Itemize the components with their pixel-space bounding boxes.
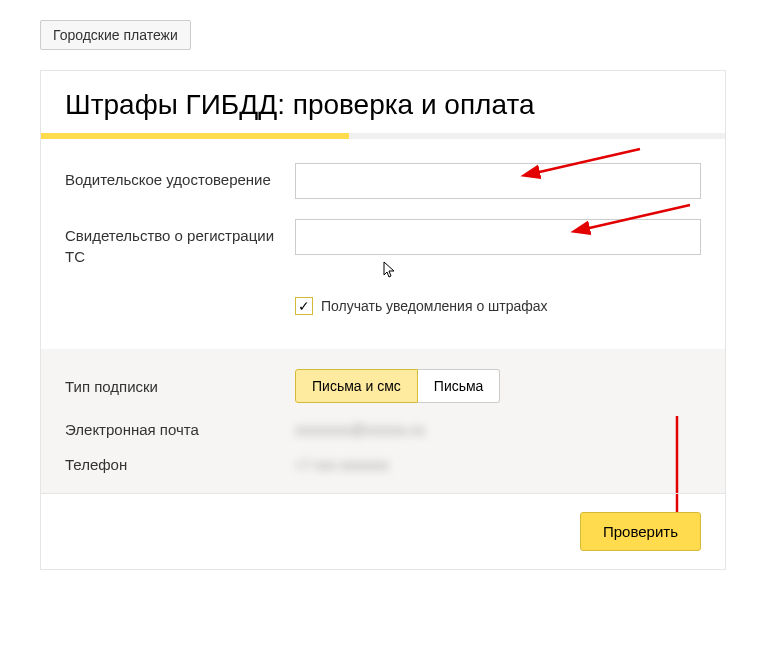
email-row: Электронная почта xxxxxxxx@xxxxxx.xx xyxy=(65,421,701,438)
phone-row: Телефон +7 xxx xxxxxxx xyxy=(65,456,701,473)
registration-input[interactable] xyxy=(295,219,701,255)
form-section: Водительское удостоверение Свидетельство… xyxy=(41,139,725,349)
notifications-row: ✓ Получать уведомления о штрафах xyxy=(295,297,701,315)
email-value: xxxxxxxx@xxxxxx.xx xyxy=(295,422,425,438)
registration-row: Свидетельство о регистрации ТС xyxy=(65,219,701,267)
notifications-label: Получать уведомления о штрафах xyxy=(321,298,548,314)
driver-license-input[interactable] xyxy=(295,163,701,199)
subscription-toggle-group: Письма и смс Письма xyxy=(295,369,500,403)
toggle-letters-sms[interactable]: Письма и смс xyxy=(295,369,418,403)
registration-label: Свидетельство о регистрации ТС xyxy=(65,219,295,267)
progress-fill xyxy=(41,133,349,139)
check-button[interactable]: Проверить xyxy=(580,512,701,551)
driver-license-row: Водительское удостоверение xyxy=(65,163,701,199)
footer-section: Проверить xyxy=(41,493,725,569)
notifications-checkbox[interactable]: ✓ xyxy=(295,297,313,315)
main-panel: Штрафы ГИБДД: проверка и оплата Водитель… xyxy=(40,70,726,570)
subscription-type-label: Тип подписки xyxy=(65,378,295,395)
phone-label: Телефон xyxy=(65,456,295,473)
page-title: Штрафы ГИБДД: проверка и оплата xyxy=(41,71,725,133)
breadcrumb-city-payments[interactable]: Городские платежи xyxy=(40,20,191,50)
toggle-letters[interactable]: Письма xyxy=(418,369,501,403)
email-label: Электронная почта xyxy=(65,421,295,438)
subscription-section: Тип подписки Письма и смс Письма Электро… xyxy=(41,349,725,493)
progress-bar xyxy=(41,133,725,139)
driver-license-label: Водительское удостоверение xyxy=(65,163,295,190)
phone-value: +7 xxx xxxxxxx xyxy=(295,457,389,473)
cursor-icon xyxy=(383,261,397,283)
subscription-type-row: Тип подписки Письма и смс Письма xyxy=(65,369,701,403)
